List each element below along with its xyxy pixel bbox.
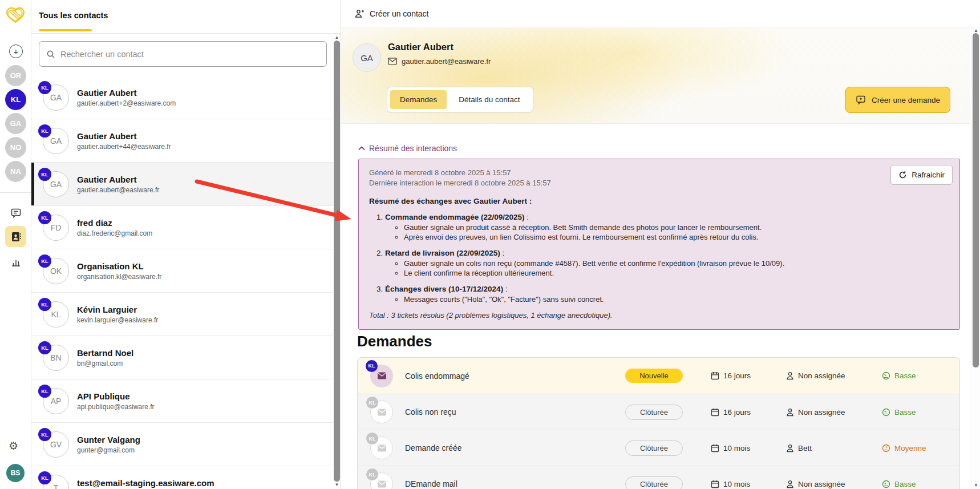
priority-gauge-icon — [882, 444, 890, 452]
contact-row-selected[interactable]: KL GA Gautier Aubert gautier.aubert@easi… — [31, 163, 333, 206]
owner-badge: KL — [366, 468, 378, 480]
contact-name: fred diaz — [77, 217, 152, 228]
contact-avatar: KL GA — [43, 171, 69, 197]
rail-avatar[interactable]: NO — [5, 137, 26, 158]
contact-email: gautier.aubert@easiware.fr — [77, 186, 159, 194]
calendar-icon — [711, 408, 719, 417]
owner-badge: KL — [38, 254, 51, 268]
request-avatar: KL — [370, 365, 393, 387]
rail-avatar-active[interactable]: KL — [5, 89, 26, 110]
request-avatar: KL — [370, 472, 393, 489]
envelope-icon — [377, 372, 387, 379]
scroll-down-arrow[interactable]: ▼ — [971, 483, 980, 488]
request-priority-text: Basse — [894, 371, 916, 380]
contact-hero-email[interactable]: gautier.aubert@easiware.fr — [388, 57, 491, 66]
contact-email: gautier.aubert+2@easiware.com — [77, 99, 176, 107]
request-priority: Moyenne — [882, 444, 956, 452]
summary-item-suffix: : — [500, 249, 505, 257]
scroll-down-arrow[interactable]: ▼ — [333, 482, 341, 488]
contact-name: test@email-staging.easiware.com — [77, 478, 214, 488]
contact-row[interactable]: KL FD fred diaz diaz.frederic@gmail.com — [31, 206, 333, 249]
contact-row[interactable]: KL OK Organisation KL organisation.kl@ea… — [31, 249, 333, 293]
scrollbar-thumb[interactable] — [334, 41, 340, 482]
main-topbar: Créer un contact — [341, 0, 980, 27]
requests-heading: Demandes — [357, 333, 432, 350]
rail-avatar[interactable]: NA — [5, 161, 26, 182]
rail-avatar[interactable]: OR — [5, 65, 26, 86]
scroll-up-arrow[interactable]: ▲ — [333, 35, 341, 41]
summary-toggle-label: Résumé des interactions — [369, 144, 457, 153]
contact-email-text: gautier.aubert@easiware.fr — [402, 57, 491, 66]
calendar-icon — [711, 371, 719, 380]
request-priority-text: Basse — [894, 408, 916, 417]
request-age: 10 mois — [711, 444, 786, 452]
person-icon — [786, 371, 794, 380]
request-row[interactable]: KL DEmande mail Clôturée 10 mois — [358, 466, 959, 489]
summary-bullet: Gautier signale un produit cassé à récep… — [404, 223, 949, 232]
chat-bubble-icon — [10, 207, 22, 219]
priority-gauge-icon — [882, 408, 890, 417]
contact-row[interactable]: KL AP API Publique api.publique@easiware… — [31, 379, 333, 423]
request-row[interactable]: KL Demande créée Clôturée 10 mois — [358, 430, 959, 466]
contact-search[interactable] — [39, 41, 327, 67]
owner-badge: KL — [38, 298, 51, 311]
create-contact-button[interactable]: Créer un contact — [370, 9, 429, 18]
tab-contact-details[interactable]: Détails du contact — [449, 90, 529, 109]
contacts-scrollbar[interactable]: ▲ ▼ — [333, 34, 341, 489]
main-scrollbar[interactable]: ▲ ▼ — [971, 27, 980, 489]
create-request-button[interactable]: Créer une demande — [845, 87, 950, 113]
request-row[interactable]: KL Colis non reçu Clôturée 16 jours — [358, 394, 959, 430]
conversations-nav-button[interactable] — [5, 202, 26, 223]
request-priority: Basse — [882, 480, 956, 488]
owner-badge: KL — [38, 168, 51, 181]
refresh-label: Rafraichir — [912, 171, 945, 179]
contact-avatar: KL GA — [43, 84, 69, 111]
request-title: DEmande mail — [401, 479, 625, 488]
chevron-up-icon — [358, 146, 365, 151]
bubble-plus-icon — [856, 95, 866, 105]
request-priority: Basse — [882, 371, 956, 380]
rail-avatar[interactable]: GA — [5, 113, 26, 134]
contact-row[interactable]: KL GV Gunter Valgang gunter@gmail.com — [31, 423, 333, 466]
contact-avatar: KL KL — [43, 301, 69, 328]
scrollbar-thumb[interactable] — [973, 33, 979, 367]
summary-bullet: Après envoi des preuves, un lien Colissi… — [404, 233, 949, 241]
avatar-initials: GA — [50, 180, 62, 189]
statistics-nav-button[interactable] — [5, 251, 26, 272]
tab-all-contacts[interactable]: Tous les contacts — [39, 11, 108, 20]
refresh-icon — [898, 171, 907, 179]
contact-row[interactable]: KL GA Gautier Aubert gautier.aubert+44@e… — [31, 119, 333, 163]
avatar-initials: T — [54, 483, 59, 489]
summary-item: Échanges divers (10-17/12/2024) : Messag… — [385, 285, 949, 304]
add-contact-rail-button[interactable]: + — [9, 45, 23, 58]
contact-row[interactable]: KL GA Gautier Aubert gautier.aubert+2@ea… — [31, 76, 333, 119]
request-age-text: 10 mois — [723, 480, 750, 488]
contact-avatar: KL OK — [43, 258, 69, 284]
contacts-nav-button[interactable] — [5, 226, 26, 247]
summary-bullet: Le client confirme la réception ultérieu… — [404, 269, 949, 277]
request-row[interactable]: KL Colis endommagé Nouvelle 16 jours — [358, 358, 959, 394]
interactions-summary-toggle[interactable]: Résumé des interactions — [358, 144, 457, 153]
refresh-summary-button[interactable]: Rafraichir — [890, 165, 953, 185]
summary-generated-date: Généré le mercredi 8 octobre 2025 à 15:5… — [369, 168, 949, 178]
contact-avatar: KL AP — [43, 388, 69, 414]
summary-last-interaction: Dernière interaction le mercredi 8 octob… — [369, 178, 949, 188]
summary-item: Retard de livraison (22/09/2025) : Gauti… — [385, 249, 949, 277]
contact-email: organisation.kl@easiware.fr — [77, 273, 161, 281]
request-age: 16 jours — [711, 408, 786, 417]
search-input[interactable] — [60, 50, 319, 59]
contact-row[interactable]: KL KL Kévin Larguier kevin.larguier@easi… — [31, 293, 333, 336]
easiware-heart-logo — [5, 5, 26, 25]
settings-gear-icon[interactable]: ⚙ — [9, 439, 18, 452]
interactions-summary-box: Rafraichir Généré le mercredi 8 octobre … — [358, 159, 960, 330]
contacts-panel: Tous les contacts KL GA Gautier Aubert g… — [31, 0, 341, 489]
contact-row[interactable]: KL T test@email-staging.easiware.com tes… — [31, 466, 333, 489]
avatar-initials: GA — [50, 93, 62, 102]
owner-badge: KL — [38, 211, 51, 224]
current-user-avatar[interactable]: BS — [6, 464, 25, 482]
request-assignee-text: Non assignée — [798, 480, 845, 488]
contact-row[interactable]: KL BN Bertarnd Noel bn@gmail.com — [31, 336, 333, 379]
summary-item: Commande endommagée (22/09/2025) : Gauti… — [385, 213, 949, 241]
request-assignee: Non assignée — [786, 480, 882, 488]
tab-demandes[interactable]: Demandes — [390, 90, 447, 109]
